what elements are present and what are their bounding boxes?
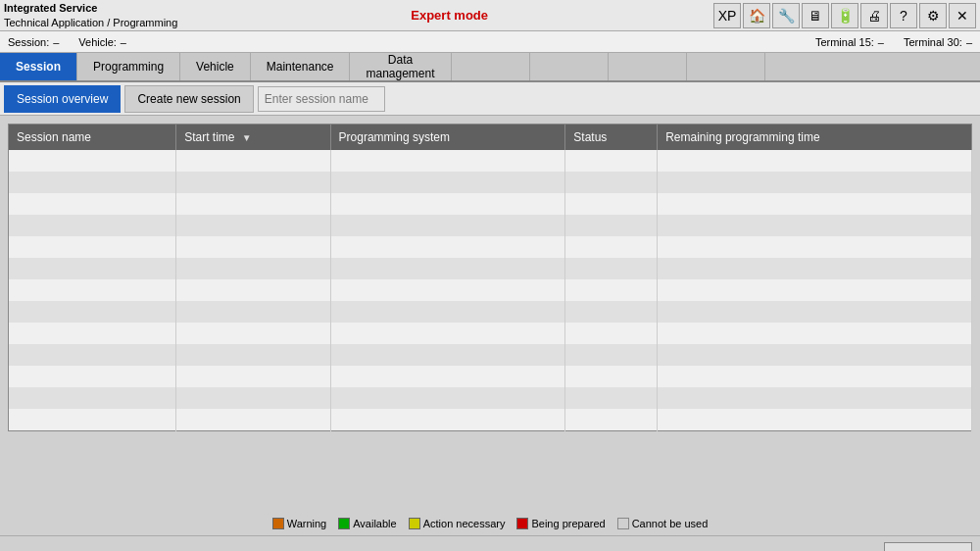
tab-programming[interactable]: Programming <box>77 53 180 80</box>
table-cell <box>330 236 565 258</box>
sort-arrow-icon: ▼ <box>242 132 252 143</box>
terminal15-label: Terminal 15: <box>815 36 874 48</box>
tab-vehicle[interactable]: Vehicle <box>180 53 251 80</box>
table-cell <box>9 279 176 301</box>
table-cell <box>565 172 658 193</box>
tab-empty-4[interactable] <box>687 53 765 80</box>
expert-mode-label: Expert mode <box>185 8 713 23</box>
legend-being-prepared: Being prepared <box>516 518 605 529</box>
table-cell <box>658 150 972 172</box>
table-cell <box>565 344 658 366</box>
terminal30-value: – <box>966 36 972 48</box>
table-cell <box>176 344 330 366</box>
table-cell <box>330 215 565 236</box>
table-cell <box>176 323 330 344</box>
table-row[interactable] <box>9 193 972 215</box>
table-cell <box>9 366 176 387</box>
xp-button[interactable]: XP <box>713 3 741 28</box>
col-session-name: Session name <box>9 125 176 151</box>
table-cell <box>330 409 565 430</box>
table-row[interactable] <box>9 172 972 193</box>
cannot-be-used-label: Cannot be used <box>632 518 709 529</box>
table-cell <box>330 344 565 366</box>
table-cell <box>658 215 972 236</box>
help-button[interactable]: ? <box>890 3 917 28</box>
table-cell <box>565 279 658 301</box>
table-cell <box>565 387 658 409</box>
table-cell <box>330 258 565 279</box>
col-start-time[interactable]: Start time ▼ <box>176 125 330 151</box>
table-cell <box>658 258 972 279</box>
table-cell <box>176 150 330 172</box>
tab-session[interactable]: Session <box>0 53 77 80</box>
print-button[interactable]: 🖨 <box>860 3 888 28</box>
table-cell <box>658 301 972 323</box>
being-prepared-label: Being prepared <box>531 518 605 529</box>
table-cell <box>330 366 565 387</box>
table-cell <box>9 258 176 279</box>
battery-button[interactable]: 🔋 <box>831 3 858 28</box>
table-cell <box>565 150 658 172</box>
table-cell <box>658 323 972 344</box>
table-row[interactable] <box>9 215 972 236</box>
being-prepared-dot <box>516 518 528 529</box>
tab-empty-5[interactable] <box>765 53 980 80</box>
session-label: Session: <box>8 36 49 48</box>
table-cell <box>176 279 330 301</box>
session-name-input[interactable] <box>258 86 385 112</box>
home-button[interactable]: 🏠 <box>743 3 770 28</box>
table-cell <box>658 236 972 258</box>
session-overview-button[interactable]: Session overview <box>4 85 121 113</box>
table-cell <box>658 172 972 193</box>
table-cell <box>9 236 176 258</box>
table-cell <box>176 258 330 279</box>
table-cell <box>565 258 658 279</box>
table-cell <box>176 172 330 193</box>
table-row[interactable] <box>9 301 972 323</box>
tab-empty-2[interactable] <box>530 53 609 80</box>
session-value: – <box>53 36 59 48</box>
tab-empty-1[interactable] <box>452 53 530 80</box>
legend-action-necessary: Action necessary <box>409 518 506 529</box>
col-remaining-time: Remaining programming time <box>658 125 972 151</box>
action-necessary-dot <box>409 518 420 529</box>
available-label: Available <box>353 518 396 529</box>
table-cell <box>330 387 565 409</box>
create-new-session-button[interactable]: Create new session <box>124 85 253 113</box>
table-cell <box>565 193 658 215</box>
col-programming-system: Programming system <box>330 125 565 151</box>
table-cell <box>9 215 176 236</box>
settings-button[interactable]: ⚙ <box>919 3 947 28</box>
screen-button[interactable]: 🖥 <box>802 3 829 28</box>
legend-warning: Warning <box>272 518 327 529</box>
table-row[interactable] <box>9 387 972 409</box>
app-title: Integrated Service Technical Application… <box>4 1 177 29</box>
action-necessary-label: Action necessary <box>423 518 506 529</box>
vehicle-status: Vehicle: – <box>78 36 126 48</box>
table-row[interactable] <box>9 344 972 366</box>
tab-maintenance[interactable]: Maintenance <box>251 53 351 80</box>
table-cell <box>330 301 565 323</box>
wrench-button[interactable]: 🔧 <box>772 3 800 28</box>
table-row[interactable] <box>9 236 972 258</box>
table-cell <box>658 409 972 430</box>
table-cell <box>9 387 176 409</box>
table-cell <box>565 409 658 430</box>
table-row[interactable] <box>9 409 972 430</box>
close-button[interactable]: ✕ <box>949 3 976 28</box>
cannot-be-used-dot <box>617 518 629 529</box>
col-status: Status <box>565 125 658 151</box>
toolbar-icons: XP 🏠 🔧 🖥 🔋 🖨 ? ⚙ ✕ <box>713 3 976 28</box>
table-cell <box>9 150 176 172</box>
tab-empty-3[interactable] <box>609 53 687 80</box>
table-row[interactable] <box>9 366 972 387</box>
table-row[interactable] <box>9 258 972 279</box>
table-row[interactable] <box>9 150 972 172</box>
continue-button[interactable]: Continue <box>884 542 972 552</box>
table-cell <box>9 323 176 344</box>
table-row[interactable] <box>9 323 972 344</box>
tab-data-management[interactable]: Datamanagement <box>350 53 451 80</box>
table-cell <box>176 215 330 236</box>
table-cell <box>658 279 972 301</box>
table-row[interactable] <box>9 279 972 301</box>
